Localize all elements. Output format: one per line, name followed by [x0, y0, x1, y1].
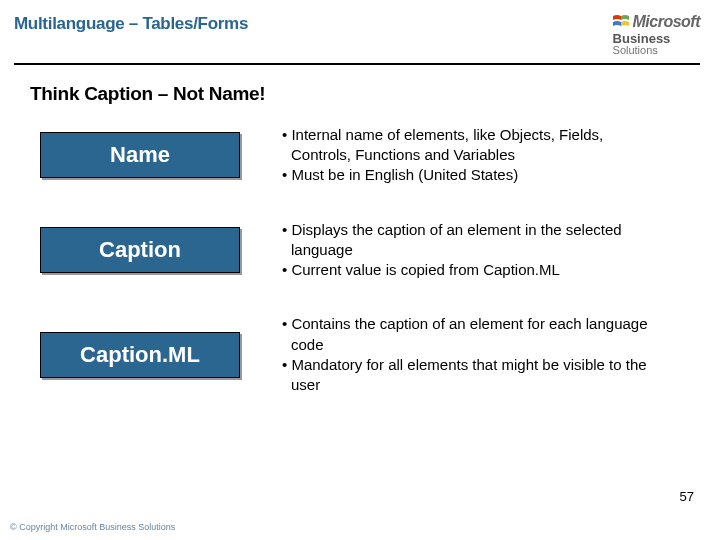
chip-caption: Caption [40, 227, 240, 273]
chip-captionml: Caption.ML [40, 332, 240, 378]
row-captionml: Caption.ML • Contains the caption of an … [30, 314, 704, 395]
windows-flag-icon [613, 14, 629, 32]
copyright: © Copyright Microsoft Business Solutions [10, 522, 175, 532]
chip-name: Name [40, 132, 240, 178]
microsoft-logo: Microsoft Business Solutions [613, 14, 700, 57]
logo-text-mid: Business [613, 32, 700, 46]
logo-text-top: Microsoft [633, 13, 701, 30]
bullet: • Mandatory for all elements that might … [282, 355, 662, 396]
slide-header: Multilanguage – Tables/Forms Microsoft B… [0, 0, 720, 57]
bullet: • Must be in English (United States) [282, 165, 662, 185]
bullet: • Current value is copied from Caption.M… [282, 260, 662, 280]
desc-caption: • Displays the caption of an element in … [282, 220, 662, 281]
bullet: • Internal name of elements, like Object… [282, 125, 662, 166]
slide-title: Multilanguage – Tables/Forms [14, 14, 248, 34]
desc-captionml: • Contains the caption of an element for… [282, 314, 662, 395]
bullet: • Contains the caption of an element for… [282, 314, 662, 355]
page-number: 57 [680, 489, 694, 504]
bullet: • Displays the caption of an element in … [282, 220, 662, 261]
logo-text-sub: Solutions [613, 45, 700, 57]
row-name: Name • Internal name of elements, like O… [30, 125, 704, 186]
row-caption: Caption • Displays the caption of an ele… [30, 220, 704, 281]
slide-content: Think Caption – Not Name! Name • Interna… [0, 65, 720, 396]
slide-subtitle: Think Caption – Not Name! [30, 83, 704, 105]
desc-name: • Internal name of elements, like Object… [282, 125, 662, 186]
